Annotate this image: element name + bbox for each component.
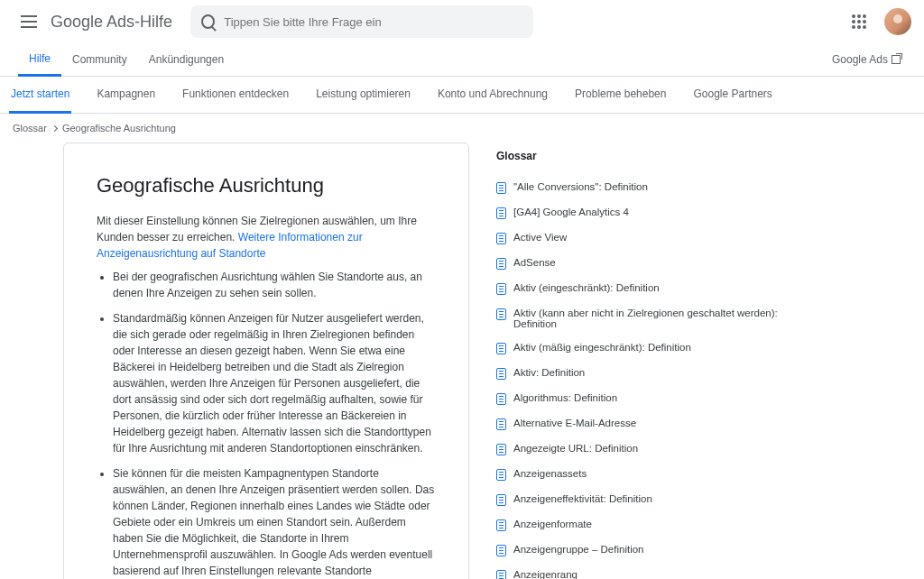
- google-ads-external-link[interactable]: Google Ads: [827, 44, 906, 75]
- glossary-item[interactable]: Aktiv (mäßig eingeschränkt): Definition: [496, 335, 785, 361]
- document-icon: [496, 444, 506, 455]
- apps-button[interactable]: [843, 5, 875, 38]
- document-icon: [496, 418, 506, 430]
- glossary-item[interactable]: Anzeigenformate: [496, 512, 785, 538]
- apps-icon: [852, 14, 866, 29]
- breadcrumb: Glossar Geografische Ausrichtung: [0, 114, 924, 142]
- bullet-item: Bei der geografischen Ausrichtung wählen…: [113, 269, 436, 301]
- tab-leistung[interactable]: Leistung optimieren: [314, 77, 412, 113]
- glossary-link[interactable]: Anzeigenassets: [513, 468, 587, 479]
- glossary-item[interactable]: Aktiv (eingeschränkt): Definition: [496, 276, 785, 301]
- breadcrumb-current: Geografische Ausrichtung: [62, 123, 176, 133]
- glossary-link[interactable]: Aktiv: Definition: [513, 367, 585, 378]
- breadcrumb-root[interactable]: Glossar: [13, 123, 47, 133]
- glossary-item[interactable]: Anzeigenassets: [496, 462, 785, 487]
- glossary-item[interactable]: Aktiv (kann aber nicht in Zielregionen g…: [496, 301, 785, 335]
- glossary-item[interactable]: Angezeigte URL: Definition: [496, 437, 785, 462]
- glossary-link[interactable]: Angezeigte URL: Definition: [513, 443, 638, 454]
- glossary-item[interactable]: Anzeigengruppe – Definition: [496, 538, 785, 563]
- tab-hilfe[interactable]: Hilfe: [18, 43, 61, 77]
- tab-probleme[interactable]: Probleme beheben: [573, 77, 668, 113]
- glossary-link[interactable]: Aktiv (mäßig eingeschränkt): Definition: [513, 342, 691, 353]
- bullet-item: Standardmäßig können Anzeigen für Nutzer…: [113, 310, 436, 456]
- chevron-right-icon: [51, 124, 58, 131]
- glossary-item[interactable]: AdSense: [496, 251, 785, 276]
- document-icon: [496, 182, 506, 194]
- external-link-label: Google Ads: [832, 53, 888, 66]
- glossary-item[interactable]: Active View: [496, 225, 785, 251]
- page-title: Geografische Ausrichtung: [97, 170, 436, 200]
- document-icon: [496, 570, 506, 579]
- document-icon: [496, 207, 506, 219]
- primary-tabs: Hilfe Community Ankündigungen Google Ads: [0, 43, 924, 77]
- search-box[interactable]: [190, 5, 533, 38]
- secondary-tabs: Jetzt starten Kampagnen Funktionen entde…: [0, 77, 924, 114]
- document-icon: [496, 545, 506, 556]
- document-icon: [496, 469, 506, 481]
- glossary-item[interactable]: Alternative E-Mail-Adresse: [496, 411, 785, 437]
- tab-jetzt-starten[interactable]: Jetzt starten: [9, 77, 71, 114]
- glossary-item[interactable]: [GA4] Google Analytics 4: [496, 200, 785, 225]
- glossary-item[interactable]: "Alle Conversions": Definition: [496, 175, 785, 200]
- glossary-item[interactable]: Aktiv: Definition: [496, 361, 785, 386]
- glossary-item[interactable]: Algorithmus: Definition: [496, 386, 785, 411]
- search-icon: [201, 14, 215, 29]
- tab-kampagnen[interactable]: Kampagnen: [95, 77, 157, 113]
- article: Geografische Ausrichtung Mit dieser Eins…: [63, 142, 469, 579]
- document-icon: [496, 308, 506, 320]
- document-icon: [496, 494, 506, 506]
- document-icon: [496, 233, 506, 244]
- external-link-icon: [892, 55, 901, 64]
- bullet-list: Bei der geografischen Ausrichtung wählen…: [97, 269, 436, 579]
- avatar[interactable]: [884, 8, 911, 35]
- main-menu-button[interactable]: [13, 5, 45, 38]
- hamburger-icon: [21, 15, 37, 28]
- glossary-link[interactable]: Anzeigeneffektivität: Definition: [513, 493, 652, 504]
- glossary-link[interactable]: Algorithmus: Definition: [513, 392, 617, 403]
- document-icon: [496, 519, 506, 531]
- sidebar-glossary: Glossar "Alle Conversions": Definition[G…: [496, 142, 785, 579]
- glossary-link[interactable]: AdSense: [513, 257, 556, 268]
- tab-community[interactable]: Community: [61, 44, 138, 75]
- glossary-link[interactable]: Anzeigengruppe – Definition: [513, 544, 644, 555]
- search-input[interactable]: [224, 15, 522, 29]
- document-icon: [496, 393, 506, 405]
- tab-ankuendigungen[interactable]: Ankündigungen: [138, 44, 235, 75]
- document-icon: [496, 258, 506, 270]
- glossary-link[interactable]: Alternative E-Mail-Adresse: [513, 418, 636, 428]
- glossary-link[interactable]: Anzeigenrang: [513, 569, 578, 579]
- glossary-link[interactable]: Anzeigenformate: [513, 519, 592, 529]
- glossary-heading: Glossar: [496, 150, 785, 162]
- tab-konto[interactable]: Konto und Abrechnung: [436, 77, 550, 113]
- glossary-link[interactable]: [GA4] Google Analytics 4: [513, 207, 629, 217]
- document-icon: [496, 368, 506, 380]
- glossary-link[interactable]: Active View: [513, 232, 567, 243]
- document-icon: [496, 343, 506, 354]
- glossary-item[interactable]: Anzeigeneffektivität: Definition: [496, 487, 785, 512]
- tab-partners[interactable]: Google Partners: [691, 77, 773, 113]
- bullet-item: Sie können für die meisten Kampagnentype…: [113, 465, 436, 579]
- glossary-link[interactable]: Aktiv (kann aber nicht in Zielregionen g…: [513, 308, 785, 329]
- document-icon: [496, 283, 506, 295]
- site-title: Google Ads-Hilfe: [51, 13, 172, 32]
- glossary-link[interactable]: Aktiv (eingeschränkt): Definition: [513, 282, 660, 293]
- tab-funktionen[interactable]: Funktionen entdecken: [180, 77, 291, 113]
- glossary-link[interactable]: "Alle Conversions": Definition: [513, 181, 648, 192]
- glossary-item[interactable]: Anzeigenrang: [496, 563, 785, 579]
